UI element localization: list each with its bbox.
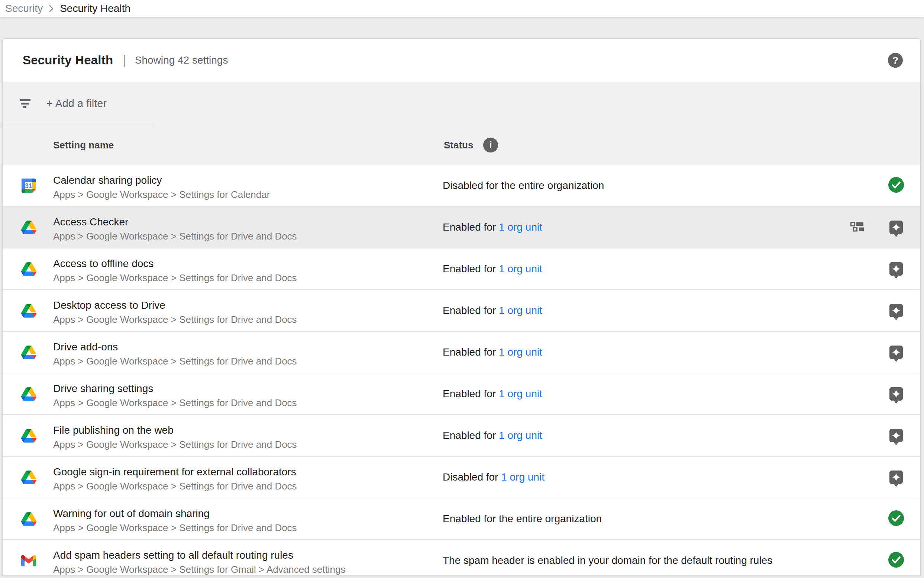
- org-unit-link[interactable]: 1 org unit: [501, 471, 545, 483]
- table-row[interactable]: 31 Warning for out of domain sharin: [3, 498, 920, 540]
- settings-table-body: 31 Calendar sharing policy Ap: [3, 165, 920, 575]
- drive-icon: [21, 262, 36, 276]
- setting-info: Warning for out of domain sharing Apps >…: [53, 506, 297, 535]
- org-unit-link[interactable]: 1 org unit: [499, 430, 542, 441]
- status-text: The spam header is enabled in your domai…: [443, 555, 772, 566]
- calendar-icon: 31: [21, 179, 36, 193]
- table-row[interactable]: 31 Calendar sharing policy Ap: [3, 165, 920, 207]
- setting-path: Apps > Google Workspace > Settings for C…: [53, 188, 270, 201]
- drive-icon: [21, 429, 36, 443]
- info-icon: i: [490, 140, 492, 150]
- page-title: Security Health: [23, 53, 113, 67]
- setting-name: File publishing on the web: [53, 423, 297, 438]
- setting-path: Apps > Google Workspace > Settings for D…: [53, 271, 297, 285]
- setting-name: Access Checker: [53, 214, 297, 229]
- app-icon: 31: [21, 386, 36, 402]
- status-text: Disabled for: [443, 471, 498, 483]
- security-health-card: Security Health | Showing 42 settings ? …: [2, 38, 921, 575]
- setting-path: Apps > Google Workspace > Settings for D…: [53, 521, 297, 535]
- setting-name: Add spam headers setting to all default …: [53, 548, 345, 563]
- setting-name: Warning for out of domain sharing: [53, 506, 297, 521]
- status-text: Enabled for: [443, 221, 496, 233]
- filter-and-header-band: + Add a filter Setting name Status i: [3, 82, 920, 165]
- add-filter-button[interactable]: + Add a filter: [3, 82, 920, 125]
- recommendation-badge-icon[interactable]: [890, 262, 903, 281]
- filter-icon: [20, 99, 32, 109]
- table-row[interactable]: 31 Access Checker Apps > Goog: [3, 207, 920, 248]
- status-cell: Enabled for 1 org unit: [443, 430, 542, 442]
- status-text: Enabled for: [443, 388, 496, 399]
- org-unit-link[interactable]: 1 org unit: [499, 388, 542, 399]
- setting-name: Drive add-ons: [53, 339, 297, 354]
- org-unit-link[interactable]: 1 org unit: [499, 221, 542, 233]
- app-icon: 31: [21, 428, 36, 443]
- org-unit-link[interactable]: 1 org unit: [499, 305, 542, 316]
- svg-text:31: 31: [25, 182, 32, 190]
- setting-info: Access to offline docs Apps > Google Wor…: [53, 256, 297, 285]
- setting-name: Calendar sharing policy: [53, 173, 270, 188]
- table-row[interactable]: 31 Access to offline docs App: [3, 248, 920, 290]
- status-cell: Enabled for 1 org unit: [443, 305, 542, 317]
- app-icon: 31: [21, 261, 36, 277]
- status-cell: Enabled for 1 org unit: [443, 346, 542, 358]
- drive-icon: [21, 471, 36, 484]
- status-text: Enabled for: [443, 346, 496, 358]
- recommendation-badge-icon[interactable]: [890, 304, 903, 322]
- table-header: Setting name Status i: [3, 125, 920, 164]
- org-unit-link[interactable]: 1 org unit: [499, 346, 542, 358]
- drive-icon: [21, 221, 36, 234]
- drive-icon: [21, 512, 36, 526]
- breadcrumb: Security Security Health: [0, 0, 924, 17]
- recommendation-badge-icon[interactable]: [890, 387, 903, 406]
- add-filter-label: + Add a filter: [47, 97, 107, 110]
- app-icon: 31: [21, 219, 36, 235]
- table-row[interactable]: 31 Drive sharing settings App: [3, 373, 920, 415]
- help-button[interactable]: ?: [888, 53, 903, 68]
- recommendation-badge-icon[interactable]: [890, 429, 903, 447]
- recommendation-badge-icon[interactable]: [890, 221, 903, 239]
- recommendation-badge-icon[interactable]: [890, 346, 903, 364]
- org-units-icon: [850, 221, 865, 234]
- column-setting-name: Setting name: [53, 139, 114, 151]
- setting-name: Drive sharing settings: [53, 381, 297, 396]
- card-header: Security Health | Showing 42 settings ?: [3, 39, 920, 82]
- setting-info: Access Checker Apps > Google Workspace >…: [53, 214, 297, 243]
- status-text: Enabled for: [443, 263, 496, 274]
- status-ok-icon: [888, 552, 904, 569]
- setting-name: Desktop access to Drive: [53, 298, 297, 313]
- drive-icon: [21, 346, 36, 359]
- setting-info: Calendar sharing policy Apps > Google Wo…: [53, 173, 270, 201]
- status-cell: Enabled for 1 org unit: [443, 388, 542, 400]
- setting-info: Drive sharing settings Apps > Google Wor…: [53, 381, 297, 410]
- app-icon: 31: [21, 469, 36, 485]
- status-text: Enabled for the entire organization: [443, 513, 602, 524]
- recommendation-badge-icon[interactable]: [890, 471, 903, 489]
- status-cell: The spam header is enabled in your domai…: [443, 555, 772, 567]
- status-text: Enabled for: [443, 430, 496, 441]
- gmail-icon: [21, 555, 36, 567]
- status-cell: Enabled for the entire organization: [443, 513, 602, 525]
- status-ok-icon: [888, 177, 904, 194]
- setting-info: Google sign-in requirement for external …: [53, 464, 297, 493]
- status-text: Enabled for: [443, 305, 496, 316]
- app-icon: 31: [21, 303, 36, 318]
- breadcrumb-item-security-health: Security Health: [60, 3, 131, 15]
- title-divider: |: [123, 53, 126, 67]
- setting-info: Drive add-ons Apps > Google Workspace > …: [53, 339, 297, 368]
- table-row[interactable]: 31 Google sign-in requirement for e: [3, 457, 920, 498]
- table-row[interactable]: 31 File publishing on the web: [3, 415, 920, 457]
- setting-info: Add spam headers setting to all default …: [53, 548, 345, 576]
- status-info-button[interactable]: i: [483, 138, 498, 153]
- org-unit-link[interactable]: 1 org unit: [499, 263, 542, 274]
- app-icon: 31: [21, 344, 36, 360]
- table-row[interactable]: 31 Desktop access to Drive Ap: [3, 290, 920, 332]
- table-row[interactable]: 31 Add spam headers setting to all: [3, 540, 920, 575]
- breadcrumb-item-security[interactable]: Security: [5, 3, 43, 15]
- setting-name: Google sign-in requirement for external …: [53, 464, 297, 479]
- status-cell: Disabled for the entire organization: [443, 180, 604, 192]
- setting-path: Apps > Google Workspace > Settings for D…: [53, 396, 297, 410]
- drive-icon: [21, 304, 36, 318]
- app-icon: 31: [21, 178, 36, 193]
- column-status: Status: [444, 139, 473, 151]
- table-row[interactable]: 31 Drive add-ons Apps > Googl: [3, 332, 920, 373]
